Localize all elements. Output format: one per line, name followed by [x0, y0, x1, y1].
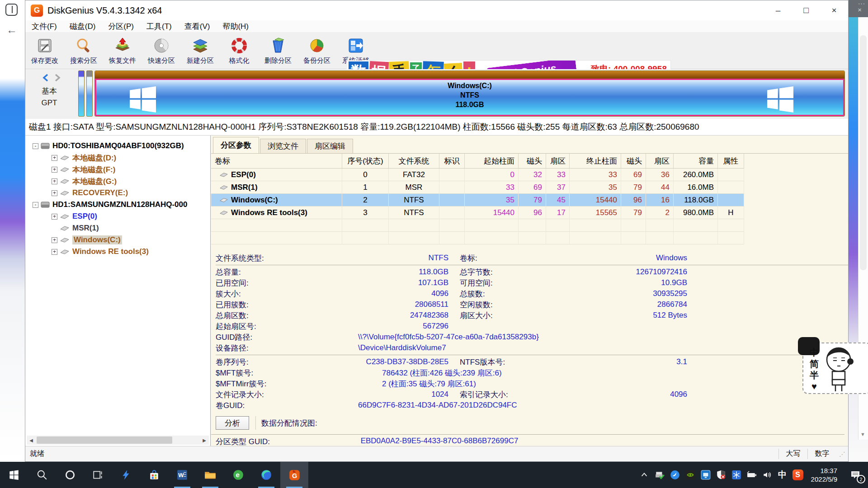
collapse-icon[interactable]: -	[33, 202, 38, 208]
minimize-button[interactable]: –	[764, 0, 792, 20]
detail-value: 10.9GB	[557, 278, 687, 287]
taskbar-clock[interactable]: 18:37 2022/5/9	[806, 466, 843, 483]
analyze-button[interactable]: 分析	[216, 416, 249, 430]
format-button[interactable]: 格式化	[220, 32, 259, 69]
detail-row: 文件系统类型:NTFS 卷标:Windows	[216, 253, 848, 263]
back-arrow-icon[interactable]: ←	[6, 23, 17, 36]
table-row-esp[interactable]: ESP(0) 0 FAT32 0 32 33 33 69 36 260.0MB	[211, 169, 848, 181]
browser-tab-icon[interactable]	[5, 4, 18, 16]
table-row-windows-re[interactable]: Windows RE tools(3) 3 NTFS 15440 96 17 1…	[211, 206, 848, 219]
expand-icon[interactable]: +	[52, 167, 57, 173]
detail-label: 已用空间:	[216, 278, 322, 288]
save-changes-button[interactable]: 保存更改	[25, 32, 64, 69]
menu-help[interactable]: 帮助(H)	[216, 21, 255, 32]
save-icon	[35, 36, 54, 55]
maximize-button[interactable]: □	[792, 0, 820, 20]
search-partition-button[interactable]: 搜索分区	[64, 32, 103, 69]
detail-value: NTFS	[322, 253, 448, 263]
tree-horizontal-scrollbar[interactable]: ◀ ▶	[27, 436, 209, 445]
menu-tools[interactable]: 工具(T)	[140, 21, 178, 32]
tray-snowflake-icon[interactable]	[729, 462, 744, 488]
partition-name: Windows(C:)	[96, 81, 843, 90]
tab-sector-edit[interactable]: 扇区编辑	[307, 139, 353, 153]
delete-partition-button[interactable]: 删除分区	[259, 32, 297, 69]
menu-disk[interactable]: 磁盘(D)	[63, 21, 102, 32]
scroll-down-icon[interactable]: ▼	[860, 432, 865, 437]
tray-chevron-up-icon[interactable]	[637, 462, 652, 488]
next-disk-icon[interactable]	[54, 74, 61, 82]
msr-partition-bar[interactable]	[86, 70, 93, 117]
taskbar-search-button[interactable]	[28, 462, 56, 488]
new-partition-button[interactable]: 新建分区	[181, 32, 220, 69]
prev-disk-icon[interactable]	[42, 74, 49, 82]
tray-sogou-icon[interactable]: S	[790, 462, 806, 488]
taskbar-app-edge[interactable]	[252, 462, 280, 488]
start-button[interactable]	[0, 462, 28, 488]
taskbar-app-diskgenius[interactable]: G	[280, 462, 308, 488]
tray-defender-icon[interactable]	[713, 462, 729, 488]
windows-partition-bar[interactable]: Windows(C:) NTFS 118.0GB	[94, 70, 845, 117]
tray-intel-graphics-icon[interactable]	[698, 462, 713, 488]
word-icon: W	[176, 469, 188, 481]
table-row-windows-c-selected[interactable]: Windows(C:) 2 NTFS 35 79 45 15440 96 16 …	[211, 194, 848, 206]
tree-item-local-f[interactable]: + 本地磁盘(F:)	[28, 164, 210, 175]
expand-icon[interactable]: +	[52, 237, 57, 243]
quick-partition-button[interactable]: 快速分区	[142, 32, 181, 69]
cortana-button[interactable]	[56, 462, 84, 488]
new-partition-label: 新建分区	[187, 56, 214, 65]
menu-view[interactable]: 查看(V)	[178, 21, 217, 32]
tree-item-recovery-e[interactable]: + RECOVERY(E:)	[28, 187, 210, 199]
detail-label: 总字节数:	[448, 267, 557, 277]
col-start-head: 磁头	[519, 154, 546, 169]
taskbar-app-store[interactable]	[140, 462, 168, 488]
action-center-button[interactable]: 2	[843, 462, 868, 488]
tab-browse-files[interactable]: 浏览文件	[260, 139, 306, 153]
cell: 44	[646, 181, 674, 194]
tree-item-esp[interactable]: + ESP(0)	[28, 211, 210, 222]
background-close-icon[interactable]: ×	[858, 6, 862, 14]
tray-messenger-icon[interactable]	[667, 462, 683, 488]
cell-volume: ESP(0)	[211, 169, 342, 181]
disk-gpt-label: GPT	[33, 97, 65, 109]
expand-icon[interactable]: +	[52, 155, 57, 161]
tray-nvidia-icon[interactable]	[683, 462, 698, 488]
tray-ime-indicator[interactable]: 中	[775, 462, 790, 488]
close-button[interactable]: ×	[820, 0, 848, 20]
backup-partition-button[interactable]: 备份分区	[297, 32, 336, 69]
cell	[439, 169, 465, 181]
svg-text:W: W	[178, 472, 184, 479]
expand-icon[interactable]: +	[52, 190, 57, 196]
taskbar-app-360browser[interactable]: e	[224, 462, 252, 488]
scrollbar-thumb[interactable]	[37, 436, 172, 444]
cell: 16.0MB	[674, 181, 718, 194]
tray-battery-icon[interactable]	[744, 462, 760, 488]
tree-item-windows-c[interactable]: + Windows(C:)	[28, 234, 210, 246]
tree-item-hd1[interactable]: - HD1:SAMSUNGMZNLN128HAHQ-000	[28, 199, 210, 211]
scroll-right-icon[interactable]: ▶	[200, 436, 209, 445]
recover-files-button[interactable]: 恢复文件	[103, 32, 142, 69]
tree-item-windows-re[interactable]: + Windows RE tools(3)	[28, 246, 210, 258]
background-scrollbar-thumb[interactable]	[860, 35, 867, 270]
expand-icon[interactable]: +	[52, 214, 57, 220]
scroll-left-icon[interactable]: ◀	[27, 436, 36, 445]
tree-item-local-d[interactable]: + 本地磁盘(D:)	[28, 152, 210, 164]
tree-item-local-g[interactable]: + 本地磁盘(G:)	[28, 175, 210, 187]
menu-partition[interactable]: 分区(P)	[102, 21, 140, 32]
taskbar-app-word[interactable]: W	[168, 462, 196, 488]
collapse-icon[interactable]: -	[33, 143, 38, 149]
tab-partition-params[interactable]: 分区参数	[213, 137, 259, 153]
menu-file[interactable]: 文件(F)	[25, 21, 63, 32]
task-view-button[interactable]	[84, 462, 112, 488]
expand-icon[interactable]: +	[52, 178, 57, 184]
taskbar-app-explorer[interactable]	[196, 462, 224, 488]
expand-icon[interactable]: +	[52, 249, 57, 255]
sticker-widget[interactable]: 中 简 半 ♥	[802, 343, 868, 394]
taskbar-app-flash[interactable]	[112, 462, 140, 488]
tray-volume-icon[interactable]	[760, 462, 775, 488]
tray-printer-icon[interactable]	[652, 462, 667, 488]
resize-grip-icon[interactable]: ⋰	[836, 450, 848, 458]
table-row-msr[interactable]: MSR(1) 1 MSR 33 69 37 35 79 44 16.0MB	[211, 181, 848, 194]
tree-item-msr[interactable]: + MSR(1)	[28, 222, 210, 234]
esp-partition-bar[interactable]	[78, 70, 85, 117]
tree-item-hd0[interactable]: - HD0:TOSHIBAMQ04ABF100(932GB)	[28, 140, 210, 152]
